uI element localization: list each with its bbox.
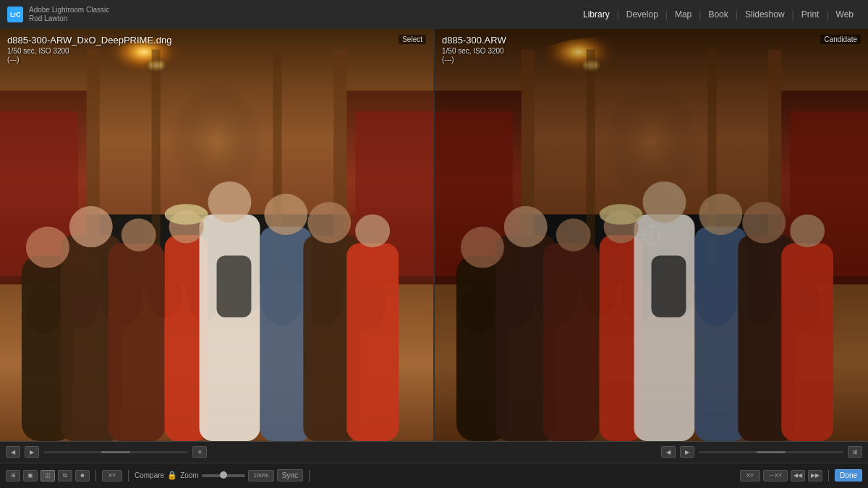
nav-item-book[interactable]: Book <box>701 9 735 20</box>
right-next-btn[interactable]: ▶ <box>680 446 694 458</box>
zoom-value-btn[interactable]: 100% <box>248 470 274 481</box>
grid-view-btn[interactable]: ⊞ <box>6 470 20 481</box>
loupe-view-btn[interactable]: ▣ <box>23 470 38 481</box>
zoom-slider-thumb <box>220 471 227 479</box>
left-photo-image <box>0 29 433 441</box>
nav-item-library[interactable]: Library <box>576 9 617 20</box>
left-filmstrip-scrollbar[interactable] <box>43 451 188 453</box>
right-prev-btn[interactable]: ◀ <box>661 446 676 458</box>
app-title: Adobe Lightroom Classic <box>29 6 109 14</box>
survey-view-btn[interactable]: ⧉ <box>58 470 72 481</box>
app-user: Rod Lawton <box>29 14 109 23</box>
right-photo-svg <box>435 29 868 441</box>
app-identity: LrC Adobe Lightroom Classic Rod Lawton <box>7 6 109 23</box>
right-panel-controls: ◀ ▶ ⊞ <box>661 446 862 458</box>
left-panel-controls: ◀ ▶ ✕ <box>6 446 207 458</box>
nav-menu: Library | Develop | Map | Book | Slidesh… <box>576 9 861 20</box>
left-filename: d885-300-ARW_DxO_DeepPRIME.dng <box>7 35 171 46</box>
right-filename: d885-300.ARW <box>442 35 506 46</box>
right-badge: Candidate <box>820 35 861 44</box>
zoom-slider[interactable] <box>202 474 245 477</box>
svg-rect-40 <box>0 29 433 441</box>
right-shutter: 1/50 sec, ISO 3200 <box>442 47 506 55</box>
right-photo-panel[interactable]: d885-300.ARW 1/50 sec, ISO 3200 (---) Ca… <box>435 29 868 441</box>
left-file-info: d885-300-ARW_DxO_DeepPRIME.dng 1/50 sec,… <box>7 35 171 64</box>
people-view-btn[interactable]: ☻ <box>75 470 90 481</box>
nav-item-web[interactable]: Web <box>829 9 861 20</box>
sep-4 <box>828 470 829 481</box>
right-toolbar-section: XY ↔XY ◀◀ ▶▶ <box>740 470 822 481</box>
view-mode-section: ⊞ ▣ ◫ ⧉ ☻ <box>6 470 90 481</box>
app-name-block: Adobe Lightroom Classic Rod Lawton <box>29 6 109 23</box>
svg-rect-84 <box>435 29 868 441</box>
sep-3 <box>309 470 310 481</box>
left-prev-btn[interactable]: ◀ <box>6 446 20 458</box>
bottom-controls-row: ◀ ▶ ✕ ◀ ▶ ⊞ <box>0 442 868 463</box>
zoom-slider-container <box>202 474 245 477</box>
sep-1 <box>95 470 96 481</box>
swap-xy-btn[interactable]: ↔XY <box>763 470 788 481</box>
left-rating: (---) <box>7 56 171 64</box>
right-filmstrip-scrollbar[interactable] <box>699 451 843 453</box>
right-expand-btn[interactable]: ⊞ <box>848 446 862 458</box>
nav-item-print[interactable]: Print <box>794 9 827 20</box>
left-badge: Select <box>399 35 426 44</box>
right-rating: (---) <box>442 56 506 64</box>
compare-view-btn[interactable]: ◫ <box>41 470 55 481</box>
left-close-btn[interactable]: ✕ <box>192 446 207 458</box>
sync-btn[interactable]: Sync <box>277 469 303 481</box>
nav-item-slideshow[interactable]: Slideshow <box>738 9 792 20</box>
left-shutter: 1/50 sec, ISO 3200 <box>7 47 171 55</box>
lock-icon[interactable]: 🔒 <box>167 471 177 480</box>
nav-back-btn[interactable]: ◀◀ <box>791 470 805 481</box>
left-photo-panel[interactable]: d885-300-ARW_DxO_DeepPRIME.dng 1/50 sec,… <box>0 29 433 441</box>
zoom-label: Zoom <box>180 471 199 479</box>
left-photo-svg <box>0 29 433 441</box>
main-content: d885-300-ARW_DxO_DeepPRIME.dng 1/50 sec,… <box>0 29 868 441</box>
swap-btn[interactable]: XY <box>740 470 760 481</box>
app-logo: LrC <box>7 7 23 22</box>
xy-btn[interactable]: XY <box>102 470 122 481</box>
done-button[interactable]: Done <box>835 469 862 481</box>
left-next-btn[interactable]: ▶ <box>25 446 39 458</box>
nav-item-develop[interactable]: Develop <box>619 9 665 20</box>
bottom-toolbar: ⊞ ▣ ◫ ⧉ ☻ XY Compare 🔒 Zoom 100% Sync <box>0 463 868 488</box>
sep-2 <box>128 470 129 481</box>
top-bar: LrC Adobe Lightroom Classic Rod Lawton L… <box>0 0 868 29</box>
right-file-info: d885-300.ARW 1/50 sec, ISO 3200 (---) <box>442 35 506 64</box>
right-photo-image <box>435 29 868 441</box>
compare-label: Compare <box>135 471 164 479</box>
nav-item-map[interactable]: Map <box>668 9 699 20</box>
bottom-bar: ◀ ▶ ✕ ◀ ▶ ⊞ ⊞ ▣ ◫ ⧉ ☻ XY <box>0 441 868 488</box>
nav-fwd-btn[interactable]: ▶▶ <box>808 470 822 481</box>
